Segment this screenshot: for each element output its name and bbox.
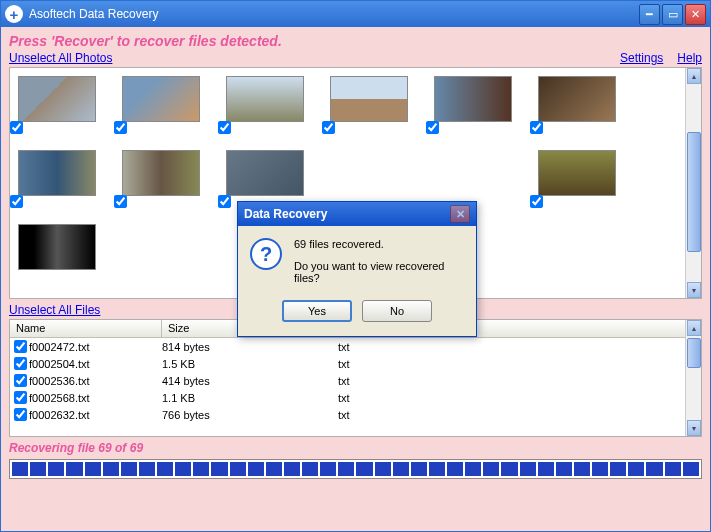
photo-thumbnail xyxy=(434,76,512,122)
window-title: Asoftech Data Recovery xyxy=(29,7,637,21)
photo-item[interactable] xyxy=(18,76,96,122)
scroll-up-button[interactable]: ▴ xyxy=(687,68,701,84)
instruction-text: Press 'Recover' to recover files detecte… xyxy=(9,33,702,49)
minimize-button[interactable]: ━ xyxy=(639,4,660,25)
dialog-line2: Do you want to view recovered files? xyxy=(294,260,464,284)
file-checkbox[interactable] xyxy=(14,391,27,404)
table-row[interactable]: f0002504.txt1.5 KBtxt xyxy=(10,355,701,372)
file-checkbox[interactable] xyxy=(14,408,27,421)
photo-checkbox[interactable] xyxy=(114,121,127,134)
progress-bar xyxy=(9,459,702,479)
photo-item[interactable] xyxy=(226,76,304,122)
table-row[interactable]: f0002472.txt814 bytestxt xyxy=(10,338,701,355)
photo-item[interactable] xyxy=(18,224,96,270)
status-text: Recovering file 69 of 69 xyxy=(9,441,702,455)
yes-button[interactable]: Yes xyxy=(282,300,352,322)
photo-thumbnail xyxy=(122,150,200,196)
dialog-message: 69 files recovered. Do you want to view … xyxy=(294,238,464,294)
dialog-line1: 69 files recovered. xyxy=(294,238,464,250)
photo-thumbnail xyxy=(18,224,96,270)
photo-item[interactable] xyxy=(122,76,200,122)
table-row[interactable]: f0002568.txt1.1 KBtxt xyxy=(10,389,701,406)
file-name: f0002568.txt xyxy=(29,392,90,404)
dialog-close-button[interactable]: ✕ xyxy=(450,205,470,223)
settings-link[interactable]: Settings xyxy=(620,51,663,65)
photo-item[interactable] xyxy=(538,150,616,196)
table-row[interactable]: f0002632.txt766 bytestxt xyxy=(10,406,701,423)
photo-item[interactable] xyxy=(122,150,200,196)
file-ext: txt xyxy=(338,341,701,353)
file-checkbox[interactable] xyxy=(14,374,27,387)
photo-checkbox[interactable] xyxy=(114,195,127,208)
photo-checkbox[interactable] xyxy=(218,121,231,134)
photo-item[interactable] xyxy=(18,150,96,196)
file-checkbox[interactable] xyxy=(14,340,27,353)
table-row[interactable]: f0002536.txt414 bytestxt xyxy=(10,372,701,389)
photo-thumbnail xyxy=(226,76,304,122)
photo-thumbnail xyxy=(538,150,616,196)
photo-thumbnail xyxy=(538,76,616,122)
file-size: 1.1 KB xyxy=(162,392,338,404)
file-size: 814 bytes xyxy=(162,341,338,353)
unselect-all-photos-link[interactable]: Unselect All Photos xyxy=(9,51,112,65)
scroll-down-button[interactable]: ▾ xyxy=(687,282,701,298)
photo-item[interactable] xyxy=(434,76,512,122)
photo-thumbnail xyxy=(226,150,304,196)
photo-checkbox[interactable] xyxy=(10,195,23,208)
photo-checkbox[interactable] xyxy=(426,121,439,134)
dialog-titlebar: Data Recovery ✕ xyxy=(238,202,476,226)
photo-thumbnail xyxy=(122,76,200,122)
file-ext: txt xyxy=(338,392,701,404)
photo-checkbox[interactable] xyxy=(10,121,23,134)
photo-thumbnail xyxy=(330,76,408,122)
photo-item[interactable] xyxy=(538,76,616,122)
titlebar: + Asoftech Data Recovery ━ ▭ ✕ xyxy=(1,1,710,27)
scroll-up-button[interactable]: ▴ xyxy=(687,320,701,336)
file-ext: txt xyxy=(338,409,701,421)
file-name: f0002536.txt xyxy=(29,375,90,387)
help-link[interactable]: Help xyxy=(677,51,702,65)
photo-scrollbar[interactable]: ▴ ▾ xyxy=(685,68,701,298)
file-scrollbar[interactable]: ▴ ▾ xyxy=(685,320,701,436)
photo-thumbnail xyxy=(18,76,96,122)
file-checkbox[interactable] xyxy=(14,357,27,370)
file-size: 1.5 KB xyxy=(162,358,338,370)
photo-checkbox[interactable] xyxy=(530,195,543,208)
app-window: + Asoftech Data Recovery ━ ▭ ✕ Press 'Re… xyxy=(0,0,711,532)
photo-checkbox[interactable] xyxy=(322,121,335,134)
photo-thumbnail xyxy=(18,150,96,196)
scroll-thumb[interactable] xyxy=(687,338,701,368)
file-name: f0002472.txt xyxy=(29,341,90,353)
column-header-name[interactable]: Name xyxy=(10,320,162,337)
close-button[interactable]: ✕ xyxy=(685,4,706,25)
recovery-dialog: Data Recovery ✕ ? 69 files recovered. Do… xyxy=(237,201,477,337)
no-button[interactable]: No xyxy=(362,300,432,322)
photo-item[interactable] xyxy=(330,76,408,122)
file-name: f0002504.txt xyxy=(29,358,90,370)
file-ext: txt xyxy=(338,358,701,370)
file-name: f0002632.txt xyxy=(29,409,90,421)
app-icon: + xyxy=(5,5,23,23)
dialog-title-text: Data Recovery xyxy=(244,207,450,221)
top-link-row: Unselect All Photos Settings Help xyxy=(9,51,702,65)
file-size: 414 bytes xyxy=(162,375,338,387)
photo-checkbox[interactable] xyxy=(530,121,543,134)
photo-checkbox[interactable] xyxy=(218,195,231,208)
photo-item[interactable] xyxy=(226,150,304,196)
scroll-thumb[interactable] xyxy=(687,132,701,252)
question-icon: ? xyxy=(250,238,282,270)
file-size: 766 bytes xyxy=(162,409,338,421)
scroll-down-button[interactable]: ▾ xyxy=(687,420,701,436)
unselect-all-files-link[interactable]: Unselect All Files xyxy=(9,303,100,317)
file-ext: txt xyxy=(338,375,701,387)
maximize-button[interactable]: ▭ xyxy=(662,4,683,25)
